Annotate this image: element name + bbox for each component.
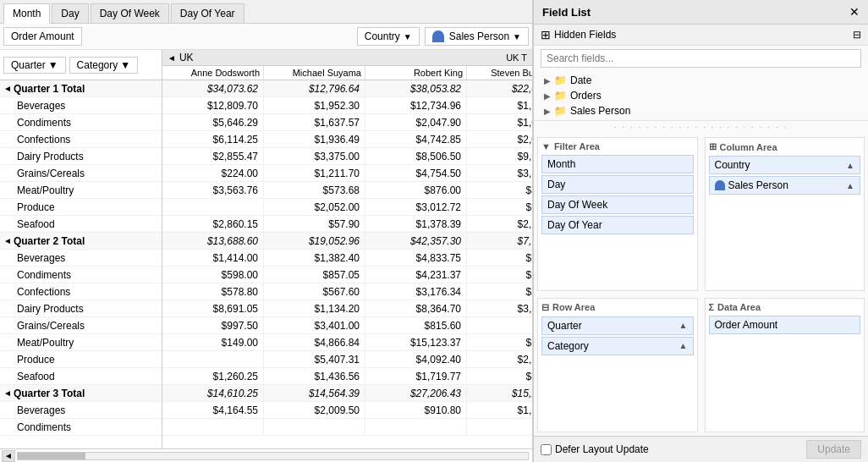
data-cell: $3,176.34	[365, 283, 467, 300]
data-cell: $4,742.85	[365, 131, 467, 148]
hidden-fields-text: Hidden Fields	[554, 29, 616, 41]
data-area-icon: Σ	[709, 302, 715, 312]
category-label: Category	[77, 59, 118, 71]
data-cell: $224.00	[162, 165, 264, 182]
list-item: Meat/Poultry	[0, 182, 162, 199]
filter-area-header: ▼ Filter Area	[541, 141, 694, 151]
data-cell: $1,291.27	[467, 402, 532, 419]
column-area-item-sales-person[interactable]: Sales Person ▲	[709, 176, 861, 195]
field-tree: ▶ 📁 Date ▶ 📁 Orders ▶ 📁 Sales Person	[534, 71, 868, 121]
layout-icon[interactable]: ⊟	[853, 29, 861, 41]
order-amount-filter[interactable]: Order Amount	[3, 27, 82, 46]
data-cell: $1,957.65	[467, 97, 532, 114]
data-cell: $2,176.40	[467, 216, 532, 233]
data-cell: $2,047.90	[365, 114, 467, 131]
order-amount-label: Order Amount	[11, 30, 74, 42]
row-area-item-category[interactable]: Category ▲	[541, 337, 694, 355]
scroll-left-btn[interactable]: ◄	[2, 450, 15, 462]
collapse-icon: ◄	[3, 236, 12, 245]
col-item-country-label: Country	[715, 159, 750, 171]
data-cell	[365, 419, 467, 436]
data-cell: $1,260.25	[162, 368, 264, 385]
data-cell: $720.00	[467, 250, 532, 267]
sales-person-filter-btn[interactable]: Sales Person ▼	[425, 27, 529, 46]
data-cell: $19,052.96	[264, 233, 365, 250]
tree-item-sales-person[interactable]: ▶ 📁 Sales Person	[541, 103, 861, 118]
data-cell: $1,382.40	[264, 250, 365, 267]
category-control-btn[interactable]: Category ▼	[69, 57, 139, 74]
data-cell: $6,114.25	[162, 131, 264, 148]
search-box	[541, 49, 861, 68]
data-area-header: Σ Data Area	[709, 302, 861, 312]
data-cell: $876.00	[365, 182, 467, 199]
data-cell: $12,734.96	[365, 97, 467, 114]
data-cell	[162, 199, 264, 216]
country-dropdown-arrow: ▼	[404, 32, 412, 41]
tab-month[interactable]: Month	[3, 3, 50, 24]
column-area-box: ⊞ Column Area Country ▲ Sales Person ▲	[705, 137, 865, 291]
data-cell: $38,053.82	[365, 80, 467, 97]
table-row: $2,855.47 $3,375.00 $8,506.50 $9,904.52	[162, 148, 532, 165]
quarter-control-btn[interactable]: Quarter ▼	[3, 57, 66, 74]
data-cell: $57.90	[264, 216, 365, 233]
data-cell: $1,134.20	[264, 300, 365, 317]
data-area-item-order-amount[interactable]: Order Amount	[709, 316, 861, 334]
scroll-track[interactable]	[17, 452, 529, 460]
tree-arrow-sales: ▶	[544, 107, 551, 116]
close-button[interactable]: ✕	[849, 5, 860, 19]
update-button[interactable]: Update	[806, 440, 861, 459]
row-area-item-quarter[interactable]: Quarter ▲	[541, 316, 694, 335]
filter-item-day-label: Day	[547, 179, 565, 190]
filter-area-item-day[interactable]: Day	[541, 175, 694, 194]
tree-item-date[interactable]: ▶ 📁 Date	[541, 73, 861, 88]
filter-area-item-month[interactable]: Month	[541, 155, 694, 173]
country-filter-btn[interactable]: Country ▼	[357, 27, 420, 46]
table-row: $2,860.15 $57.90 $1,378.39 $2,176.40	[162, 216, 532, 233]
tree-item-orders[interactable]: ▶ 📁 Orders	[541, 88, 861, 103]
filter-area-item-dayofyear[interactable]: Day Of Year	[541, 216, 694, 234]
data-cell: $1,050.45	[467, 114, 532, 131]
col-item-salesperson-arrow: ▲	[846, 181, 854, 190]
data-cell: $15,123.37	[365, 334, 467, 351]
data-cell: $14,610.25	[162, 385, 264, 402]
row-item-category-label: Category	[547, 340, 589, 352]
defer-checkbox[interactable]	[541, 444, 552, 455]
horizontal-scrollbar[interactable]: ◄	[0, 448, 532, 462]
search-input[interactable]	[541, 49, 861, 68]
list-item: Beverages	[0, 97, 162, 114]
person-icon	[432, 30, 444, 42]
data-cell	[467, 419, 532, 436]
tab-day-of-week[interactable]: Day Of Week	[91, 3, 169, 23]
filter-area-label: Filter Area	[554, 141, 600, 151]
col-names-row: Anne Dodsworth Michael Suyama Robert Kin…	[162, 66, 532, 80]
filter-area-icon: ▼	[541, 141, 551, 151]
data-cell: $567.60	[264, 283, 365, 300]
data-cell: $4,092.40	[365, 351, 467, 368]
hidden-fields-label: ⊞ Hidden Fields	[541, 28, 616, 41]
list-item: Grains/Cereals	[0, 165, 162, 182]
tree-arrow-date: ▶	[544, 76, 551, 85]
row-controls: Quarter ▼ Category ▼	[0, 50, 162, 80]
row-item-quarter-label: Quarter	[547, 320, 582, 332]
data-cell: $34,073.62	[162, 80, 264, 97]
row-area-label: Row Area	[552, 302, 595, 312]
row-area-header: ⊟ Row Area	[541, 302, 694, 313]
tab-day-of-year[interactable]: Day Of Year	[171, 3, 244, 23]
scroll-thumb[interactable]	[18, 453, 85, 459]
data-cell: $1,436.56	[264, 368, 365, 385]
hidden-fields-section: ⊞ Hidden Fields ⊟	[534, 25, 868, 46]
uk-group-header: ◄ UK UK T	[162, 50, 532, 66]
main-table: ◄ Quarter 1 Total Beverages Condiments C…	[0, 80, 532, 462]
tab-day[interactable]: Day	[52, 3, 88, 23]
data-cell: $598.00	[162, 267, 264, 283]
person-icon-small	[715, 180, 725, 190]
row-area-icon: ⊟	[541, 302, 549, 313]
column-area-item-country[interactable]: Country ▲	[709, 156, 861, 174]
collapse-icon: ◄	[3, 388, 12, 398]
table-row: $8,691.05 $1,134.20 $8,364.70 $3,208.37	[162, 300, 532, 317]
filter-area-item-dayofweek[interactable]: Day Of Week	[541, 195, 694, 214]
table-row: $5,646.29 $1,637.57 $2,047.90 $1,050.45	[162, 114, 532, 131]
list-item: Dairy Products	[0, 148, 162, 165]
data-cell: $263.40	[467, 267, 532, 283]
quarter-label: Quarter	[11, 59, 46, 71]
